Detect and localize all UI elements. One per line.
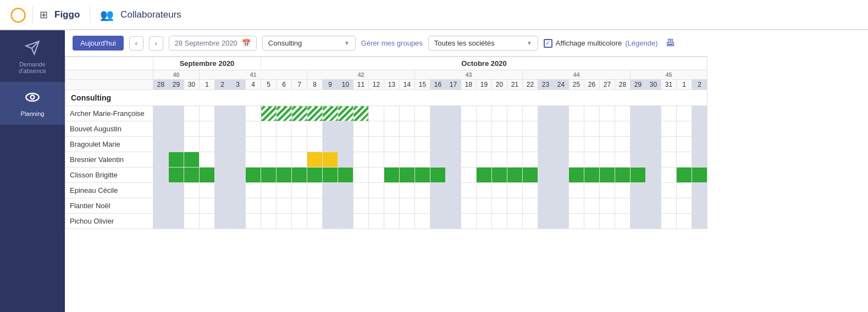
print-icon[interactable]: 🖶 [666,37,676,49]
company-dropdown-label: Toutes les sociétés [434,39,495,47]
calendar-area: Septembre 2020Octobre 202040414243444528… [65,57,707,312]
send-icon [25,40,40,55]
toolbar: Aujourd'hui ‹ › 28 Septembre 2020 📅 Cons… [65,30,707,57]
table-row: Flantier Noël [65,198,707,214]
date-value: 28 Septembre 2020 [175,39,237,47]
legend-link[interactable]: (Légende) [625,39,657,47]
sidebar-item-label: Demanded'absence [19,61,46,74]
app-name[interactable]: Figgo [54,9,80,20]
manage-groups-link[interactable]: Gérer mes groupes [361,39,423,47]
date-picker[interactable]: 28 Septembre 2020 📅 [169,36,257,51]
table-row: Bouvet Augustin [65,121,707,137]
calendar-icon: 📅 [242,39,251,47]
grid-icon: ⊞ [40,9,48,21]
sidebar-item-planning-label: Planning [21,110,45,117]
today-button[interactable]: Aujourd'hui [73,36,124,51]
section-icon: 👥 [100,8,114,21]
table-row: Bragoulet Marie [65,137,707,152]
table-row: Clisson Brigitte [65,168,707,183]
multicolor-text: Affichage multicolore [556,39,622,47]
eye-icon [25,90,40,105]
sidebar-item-demande[interactable]: Demanded'absence [0,32,65,82]
group-dropdown-label: Consulting [268,39,302,47]
table-row: Bresnier Valentin [65,152,707,168]
svg-point-3 [31,96,35,99]
company-dropdown[interactable]: Toutes les sociétés ▼ [428,36,538,51]
chevron-down-icon: ▼ [344,40,350,46]
prev-button[interactable]: ‹ [129,36,143,51]
multicolor-checkbox[interactable]: ✓ [544,39,552,48]
chevron-down-icon-2: ▼ [527,40,532,46]
multicolor-option[interactable]: ✓ Affichage multicolore (Légende) [544,39,658,48]
svg-point-2 [26,93,38,101]
section-title: Collaborateurs [120,9,181,20]
group-dropdown[interactable]: Consulting ▼ [262,36,356,51]
next-button[interactable]: › [149,36,163,51]
table-row: Epineau Cécile [65,183,707,198]
sidebar-item-planning[interactable]: Planning [0,82,65,125]
table-row: Archer Marie-Françoise [65,106,707,121]
logo-icon: ◯ [10,6,26,23]
table-row: Pichou Olivier [65,214,707,229]
